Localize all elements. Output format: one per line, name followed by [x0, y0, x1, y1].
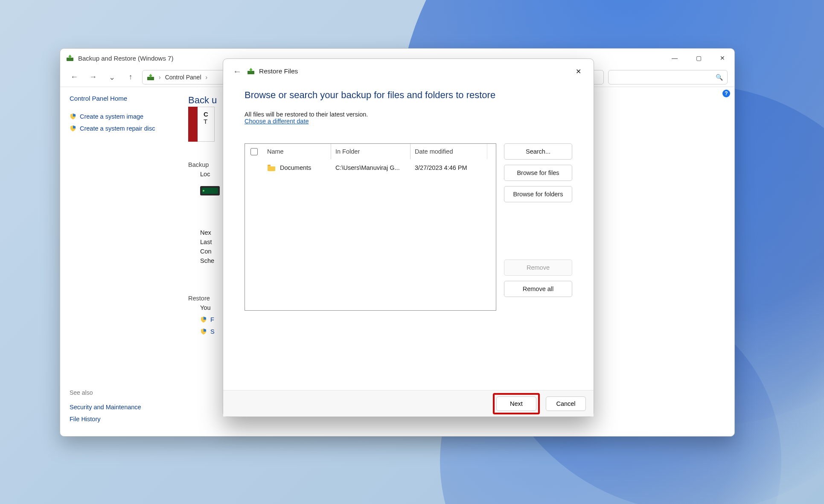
see-also-file-history[interactable]: File History	[70, 413, 176, 425]
svg-rect-1	[147, 77, 154, 80]
link-fragment: F	[210, 316, 214, 323]
file-row[interactable]: Documents C:\Users\Manuviraj G... 3/27/2…	[245, 159, 496, 176]
dialog-title: Restore Files	[259, 67, 298, 75]
drive-status-box: C T	[188, 107, 215, 142]
sidebar: Control Panel Home Create a system image…	[60, 87, 188, 436]
sidebar-item-label: Create a system repair disc	[80, 125, 155, 132]
breadcrumb-control-panel[interactable]: Control Panel	[165, 74, 201, 81]
file-list-header: Name In Folder Date modified	[245, 144, 496, 159]
svg-rect-5	[247, 71, 254, 74]
dialog-close-button[interactable]: ✕	[570, 63, 587, 80]
search-icon: 🔍	[716, 74, 723, 81]
see-also-title: See also	[70, 389, 176, 396]
sidebar-create-system-image[interactable]: Create a system image	[70, 111, 179, 122]
see-also-section: See also Security and Maintenance File H…	[70, 389, 176, 425]
link-fragment: S	[210, 328, 215, 335]
chevron-right-icon: ›	[206, 74, 208, 81]
chevron-right-icon: ›	[159, 74, 161, 81]
svg-point-4	[203, 190, 204, 192]
status-red-bar	[188, 107, 198, 142]
recent-dropdown[interactable]: ⌄	[105, 70, 119, 84]
up-button[interactable]: ↑	[123, 70, 138, 84]
remove-button: Remove	[504, 259, 572, 276]
dialog-back-button[interactable]: ←	[230, 64, 245, 79]
sidebar-create-repair-disc[interactable]: Create a system repair disc	[70, 122, 179, 134]
drive-letter: C	[204, 111, 208, 118]
backup-restore-icon	[147, 73, 154, 81]
backup-restore-icon	[66, 54, 74, 62]
forward-button[interactable]: →	[86, 70, 100, 84]
next-button-highlight: Next	[493, 393, 540, 414]
dialog-description: All files will be restored to their late…	[245, 111, 572, 118]
dialog-footer: Next Cancel	[223, 390, 594, 417]
drive-status-text: T	[204, 118, 207, 125]
search-button[interactable]: Search...	[504, 143, 572, 160]
col-in-folder[interactable]: In Folder	[331, 144, 411, 159]
back-button[interactable]: ←	[67, 70, 82, 84]
cancel-button[interactable]: Cancel	[546, 396, 586, 411]
shield-icon	[200, 316, 207, 323]
remove-all-button[interactable]: Remove all	[504, 281, 572, 297]
restore-icon	[247, 67, 255, 75]
side-buttons: Search... Browse for files Browse for fo…	[504, 143, 572, 311]
file-list[interactable]: Name In Folder Date modified Documents C…	[245, 143, 496, 311]
folder-icon	[267, 164, 276, 171]
row-folder: C:\Users\Manuviraj G...	[331, 159, 411, 176]
window-title: Backup and Restore (Windows 7)	[78, 55, 173, 62]
row-name: Documents	[280, 164, 311, 171]
sidebar-item-label: Create a system image	[80, 113, 143, 120]
close-button[interactable]: ✕	[710, 49, 734, 67]
dialog-heading: Browse or search your backup for files a…	[245, 90, 572, 101]
see-also-security[interactable]: Security and Maintenance	[70, 401, 176, 413]
dialog-titlebar: ← Restore Files ✕	[223, 59, 594, 84]
shield-icon	[200, 328, 207, 335]
shield-icon	[70, 113, 76, 120]
sidebar-home-link[interactable]: Control Panel Home	[70, 95, 179, 102]
svg-rect-0	[67, 58, 73, 61]
col-date-modified[interactable]: Date modified	[411, 144, 487, 159]
maximize-button[interactable]: ▢	[687, 49, 710, 67]
browse-files-button[interactable]: Browse for files	[504, 165, 572, 181]
next-button[interactable]: Next	[496, 396, 536, 411]
browse-folders-button[interactable]: Browse for folders	[504, 186, 572, 202]
choose-different-date-link[interactable]: Choose a different date	[245, 118, 572, 125]
row-date: 3/27/2023 4:46 PM	[411, 159, 487, 176]
minimize-button[interactable]: ―	[663, 49, 687, 67]
search-box[interactable]: 🔍	[608, 70, 728, 84]
col-name[interactable]: Name	[263, 144, 331, 159]
shield-icon	[70, 125, 76, 132]
select-all-checkbox[interactable]	[250, 148, 258, 155]
restore-files-dialog: ← Restore Files ✕ Browse or search your …	[223, 58, 594, 417]
